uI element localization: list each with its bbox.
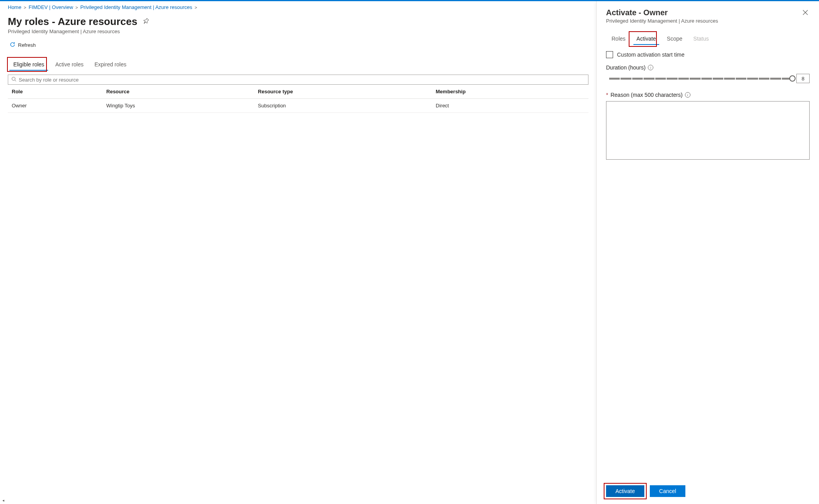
breadcrumb: Home > FIMDEV | Overview > Privileged Id… bbox=[8, 4, 588, 10]
slider-segment bbox=[770, 78, 781, 80]
panel-tab-scope[interactable]: Scope bbox=[662, 32, 688, 46]
slider-segment bbox=[713, 78, 723, 80]
svg-point-0 bbox=[12, 77, 15, 80]
panel-tabs: Roles Activate Scope Status bbox=[606, 32, 810, 46]
close-button[interactable] bbox=[801, 8, 810, 18]
tabs: Eligible roles Active roles Expired role… bbox=[8, 58, 588, 71]
slider-segment bbox=[701, 78, 712, 80]
slider-segment bbox=[632, 78, 643, 80]
slider-segment bbox=[736, 78, 746, 80]
refresh-icon bbox=[9, 41, 16, 49]
slider-segment bbox=[621, 78, 631, 80]
info-icon[interactable]: i bbox=[648, 65, 653, 70]
slider-segment bbox=[667, 78, 677, 80]
table-header-row: Role Resource Resource type Membership bbox=[8, 85, 588, 99]
panel-tab-roles[interactable]: Roles bbox=[606, 32, 631, 46]
slider-thumb[interactable] bbox=[789, 75, 796, 82]
col-role[interactable]: Role bbox=[8, 85, 102, 99]
tab-eligible-roles[interactable]: Eligible roles bbox=[8, 58, 50, 71]
activate-button[interactable]: Activate bbox=[606, 485, 644, 497]
pin-icon[interactable] bbox=[143, 18, 149, 25]
cell-resource: Wingtip Toys bbox=[102, 99, 254, 113]
tab-expired-roles[interactable]: Expired roles bbox=[89, 58, 132, 71]
slider-segment bbox=[724, 78, 735, 80]
tab-active-roles[interactable]: Active roles bbox=[50, 58, 89, 71]
scroll-left-icon[interactable]: ◂ bbox=[2, 498, 4, 502]
page-title: My roles - Azure resources bbox=[8, 16, 137, 28]
slider-segment bbox=[655, 78, 666, 80]
breadcrumb-link[interactable]: Home bbox=[8, 4, 21, 10]
breadcrumb-link[interactable]: FIMDEV | Overview bbox=[29, 4, 73, 10]
slider-segment bbox=[747, 78, 758, 80]
slider-segment bbox=[690, 78, 700, 80]
slider-segment bbox=[678, 78, 689, 80]
svg-line-1 bbox=[15, 80, 16, 81]
duration-label: Duration (hours) bbox=[606, 64, 646, 71]
chevron-right-icon: > bbox=[24, 5, 26, 10]
activate-panel: Activate - Owner Privileged Identity Man… bbox=[596, 1, 819, 504]
cell-resource-type: Subscription bbox=[254, 99, 432, 113]
chevron-right-icon: > bbox=[195, 5, 197, 10]
roles-table: Role Resource Resource type Membership O… bbox=[8, 85, 588, 113]
slider-track[interactable] bbox=[609, 78, 792, 80]
duration-value[interactable]: 8 bbox=[796, 74, 810, 83]
col-resource-type[interactable]: Resource type bbox=[254, 85, 432, 99]
panel-subtitle: Privileged Identity Management | Azure r… bbox=[606, 18, 718, 24]
custom-start-checkbox[interactable] bbox=[606, 51, 613, 58]
panel-tab-activate[interactable]: Activate bbox=[631, 32, 662, 46]
chevron-right-icon: > bbox=[75, 5, 78, 10]
duration-slider[interactable]: 8 bbox=[606, 74, 810, 83]
cell-membership: Direct bbox=[432, 99, 588, 113]
close-icon bbox=[803, 10, 808, 16]
reason-textarea[interactable] bbox=[606, 101, 810, 160]
breadcrumb-link[interactable]: Privileged Identity Management | Azure r… bbox=[80, 4, 192, 10]
table-row[interactable]: Owner Wingtip Toys Subscription Direct bbox=[8, 99, 588, 113]
panel-title: Activate - Owner bbox=[606, 8, 718, 17]
search-input[interactable] bbox=[19, 77, 585, 83]
col-membership[interactable]: Membership bbox=[432, 85, 588, 99]
slider-segment bbox=[644, 78, 654, 80]
toolbar: Refresh bbox=[8, 40, 588, 50]
page-subtitle: Privileged Identity Management | Azure r… bbox=[8, 28, 588, 34]
refresh-label: Refresh bbox=[18, 42, 36, 48]
refresh-button[interactable]: Refresh bbox=[8, 40, 38, 50]
slider-segment bbox=[609, 78, 620, 80]
search-input-wrap[interactable] bbox=[8, 75, 588, 85]
info-icon[interactable]: i bbox=[685, 92, 690, 98]
reason-label: Reason (max 500 characters) bbox=[610, 92, 682, 98]
main-content: Home > FIMDEV | Overview > Privileged Id… bbox=[0, 1, 596, 504]
cell-role: Owner bbox=[8, 99, 102, 113]
search-icon bbox=[11, 77, 16, 83]
slider-segment bbox=[759, 78, 769, 80]
custom-start-label: Custom activation start time bbox=[617, 52, 685, 58]
panel-tab-status: Status bbox=[688, 32, 714, 46]
cancel-button[interactable]: Cancel bbox=[650, 485, 686, 497]
col-resource[interactable]: Resource bbox=[102, 85, 254, 99]
required-indicator: * bbox=[606, 92, 608, 98]
